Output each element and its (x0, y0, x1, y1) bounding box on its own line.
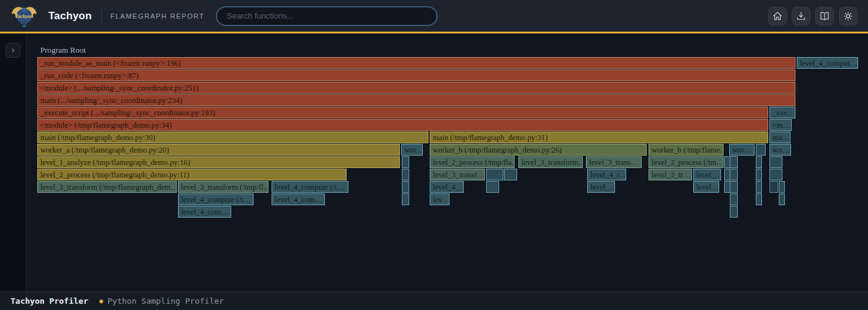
flame-frame[interactable]: level_4_comput… (797, 57, 858, 69)
flame-frame[interactable]: level_1_analyze (/tmp/flamegraph_demo.py… (37, 156, 400, 168)
flame-frame[interactable] (486, 181, 499, 193)
svg-text:Tachyon: Tachyon (15, 14, 33, 19)
header-divider (101, 9, 102, 23)
flame-frame[interactable] (756, 156, 762, 168)
flame-frame[interactable] (769, 169, 782, 180)
flame-root-label: Program Root (40, 45, 86, 55)
flame-frame[interactable]: main (/tmp/flamegraph_demo.py:30) (37, 131, 428, 143)
flame-frame[interactable]: _execute_script (.../sampling/_sync_coor… (37, 107, 768, 118)
flame-frame[interactable] (402, 169, 409, 180)
flame-frame[interactable]: level_3_transform (/tmp/flamegraph_dem… (37, 181, 177, 193)
status-bar: Tachyon Profiler ● Python Sampling Profi… (0, 291, 868, 310)
flame-frame[interactable]: level_… (693, 169, 721, 180)
flame-frame[interactable]: level_3_transform… (518, 156, 583, 168)
flame-frame[interactable]: level_2_process (/tmp/flamegraph_demo.py… (37, 169, 347, 180)
flame-frame[interactable]: level_4_compute (/t… (178, 193, 254, 205)
flame-frame[interactable]: level_3_trans… (586, 156, 642, 168)
flame-frame[interactable]: _run_module_as_main (<frozen runpy>:196) (37, 57, 795, 69)
flame-frame[interactable]: level_4_… (430, 181, 464, 193)
flame-frame[interactable]: level_4_compute (/t… (272, 181, 348, 193)
flame-frame[interactable]: ma… (769, 131, 790, 143)
flame-frame[interactable]: wo… (769, 144, 791, 156)
home-button[interactable] (768, 7, 787, 25)
flame-frame[interactable]: level_2_process (/tmp/fla… (430, 156, 515, 168)
search-input[interactable] (216, 6, 438, 26)
header: Tachyon Tachyon FLAMEGRAPH REPORT (0, 0, 868, 33)
flame-frame[interactable] (730, 193, 738, 205)
flame-frame[interactable]: level_4_com… (272, 193, 325, 205)
sun-icon (843, 11, 854, 22)
report-type-label: FLAMEGRAPH REPORT (110, 12, 205, 20)
sidebar-toggle-button[interactable]: › (6, 43, 20, 58)
flamegraph: Program Root _run_module_as_main (<froze… (27, 35, 868, 291)
flame-frame[interactable] (504, 169, 517, 180)
flame-frame[interactable]: level_4_c… (587, 169, 626, 180)
tachyon-logo-icon: Tachyon (11, 2, 38, 30)
flame-frame[interactable]: worker_a (/tmp/flamegraph_demo.py:20) (37, 144, 400, 156)
flame-frame[interactable]: level_… (587, 181, 615, 193)
flame-frame[interactable]: level_3_tr… (649, 169, 692, 180)
flame-frame[interactable] (730, 181, 738, 193)
flame-frame[interactable] (402, 193, 409, 205)
header-actions (768, 7, 868, 25)
flame-frame[interactable]: <module> (.../sampling/_sync_coordinator… (37, 82, 795, 94)
download-icon (795, 11, 807, 22)
app-title: Tachyon (48, 10, 92, 22)
flame-frame[interactable]: lev… (430, 193, 450, 205)
flame-frame[interactable] (730, 156, 738, 168)
flame-frame[interactable] (486, 169, 503, 180)
sidebar: › (0, 35, 27, 291)
flame-frame[interactable] (756, 193, 762, 205)
flame-frame[interactable]: <module> (/tmp/flamegraph_demo.py:34) (37, 119, 768, 131)
flame-frame[interactable] (730, 206, 738, 218)
flame-frame[interactable] (402, 156, 409, 168)
flamegraph-panel: Program Root _run_module_as_main (<froze… (27, 35, 868, 291)
flame-frame[interactable] (779, 193, 785, 205)
flame-frame[interactable]: _run_code (<frozen runpy>:87) (37, 69, 795, 81)
flame-frame[interactable] (756, 169, 762, 180)
book-icon (819, 11, 830, 22)
flame-frame[interactable]: <m… (769, 119, 792, 131)
status-dot-icon: ● (99, 298, 103, 304)
flame-frame[interactable]: worker_b (/tmp/flame… (649, 144, 724, 156)
flame-frame[interactable] (402, 181, 409, 193)
flame-frame[interactable]: main (.../sampling/_sync_coordinator.py:… (37, 94, 795, 106)
flame-frame[interactable] (756, 181, 762, 193)
chevron-right-icon: › (12, 45, 15, 55)
flame-frame[interactable]: wor… (729, 144, 755, 156)
flame-frame[interactable]: level_2_process (/tm… (649, 156, 724, 168)
docs-button[interactable] (815, 7, 834, 25)
flame-frame[interactable]: level_4_com… (178, 206, 231, 218)
flame-frame[interactable]: worker_b (/tmp/flamegraph_demo.py:26) (430, 144, 647, 156)
flame-frame[interactable] (769, 181, 778, 193)
flame-frame[interactable] (756, 144, 766, 156)
flame-frame[interactable]: main (/tmp/flamegraph_demo.py:31) (430, 131, 768, 143)
flame-frame[interactable] (769, 156, 782, 168)
flame-frame[interactable]: level_3_transf… (430, 169, 485, 180)
flame-frame[interactable]: level_3_transform (/tmp/fl… (178, 181, 268, 193)
flame-frame[interactable]: level… (693, 181, 719, 193)
flame-frame[interactable]: _exe… (769, 107, 795, 118)
flame-frame[interactable]: wor… (401, 144, 423, 156)
flame-frame[interactable] (779, 181, 785, 193)
download-button[interactable] (792, 7, 810, 25)
footer-subtitle: Python Sampling Profiler (107, 296, 224, 306)
flame-frame[interactable] (730, 169, 738, 180)
theme-button[interactable] (839, 7, 857, 25)
footer-app-name: Tachyon Profiler (11, 296, 88, 306)
home-icon (772, 11, 783, 22)
